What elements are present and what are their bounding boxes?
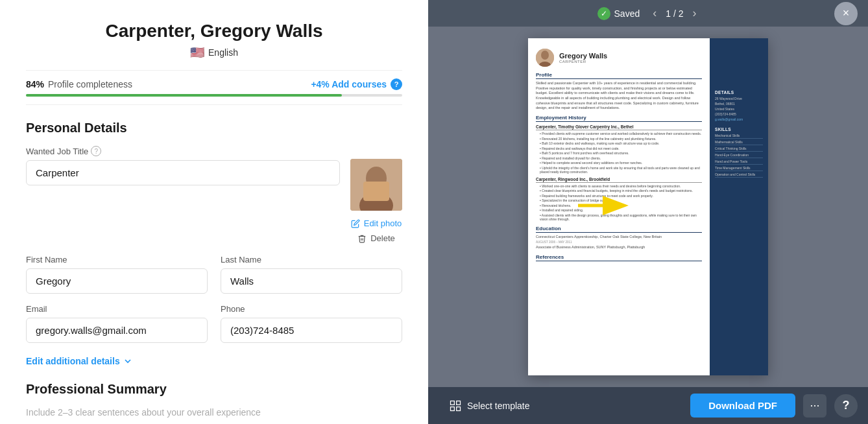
saved-badge: ✓ Saved	[597, 7, 640, 20]
sidebar-email: g.walls@gmail.com	[715, 117, 763, 122]
edit-photo-button[interactable]: Edit photo	[351, 217, 402, 230]
sidebar-skills-title: Skills	[715, 127, 763, 132]
resume-bullet: • Repaired and installed drywall for cli…	[540, 156, 702, 161]
personal-details-grid: Wanted Job Title ? Edit photo Delete	[26, 146, 402, 244]
last-name-field: Last Name	[221, 255, 402, 294]
progress-label: Profile completeness	[48, 79, 307, 89]
profile-photo	[350, 159, 402, 211]
right-toolbar: ✓ Saved ‹ 1 / 2 › ×	[428, 0, 868, 27]
resume-profile-text: Skilled and passionate Carpenter with 10…	[536, 81, 702, 111]
resume-header: Gregory Walls CARPENTER	[536, 49, 702, 67]
first-name-input[interactable]	[26, 268, 208, 294]
svg-point-18	[541, 51, 549, 60]
resume-avatar	[536, 49, 554, 67]
trash-icon	[357, 234, 367, 243]
svg-rect-23	[457, 406, 461, 410]
progress-percent: 84%	[26, 79, 44, 89]
wanted-job-input[interactable]	[26, 160, 340, 185]
close-button[interactable]: ×	[834, 2, 858, 25]
bottom-bar: Select template Download PDF ··· ?	[428, 387, 868, 424]
resume-bullet: • Helped to complete several second stor…	[540, 161, 702, 165]
download-pdf-button[interactable]: Download PDF	[690, 394, 795, 418]
resume-name: Gregory Walls	[559, 52, 607, 60]
saved-check-icon: ✓	[597, 7, 610, 20]
phone-input[interactable]	[221, 318, 402, 343]
resume-references-title: References	[536, 254, 702, 261]
contact-fields-row: Email Phone	[26, 304, 402, 343]
resume-bullet: • Provided clients with supreme customer…	[540, 132, 702, 136]
email-field: Email	[26, 304, 208, 343]
svg-rect-3	[363, 182, 389, 201]
resume-bullet: • Built 10 exterior decks and walkways, …	[540, 141, 702, 146]
delete-photo-button[interactable]: Delete	[357, 232, 395, 244]
arrow-icon	[578, 196, 630, 215]
resume-edu-date-1: AUGUST 2006 – MAY 2011	[536, 241, 702, 244]
sidebar-city: Bethel, 06801	[715, 102, 763, 106]
resume-bullet: • Uphold the integrity of the client's h…	[540, 166, 702, 174]
profile-language: 🇺🇸 English	[26, 45, 402, 60]
resume-bullet: • Created clear blueprints and financial…	[540, 189, 702, 193]
add-courses-link[interactable]: +4% Add courses	[311, 79, 387, 89]
phone-label: Phone	[221, 304, 402, 314]
grid-icon	[449, 399, 462, 412]
resume-skill: Operation and Control Skills	[715, 172, 763, 178]
sidebar-details-title: Details	[715, 90, 763, 95]
summary-placeholder: Include 2–3 clear sentences about your o…	[26, 407, 402, 418]
email-input[interactable]	[26, 318, 208, 343]
profile-name: Carpenter, Gregory Walls	[26, 21, 402, 41]
resume-education-title: Education	[536, 226, 702, 233]
svg-rect-21	[457, 401, 461, 405]
progress-track	[26, 94, 402, 97]
resume-education-1: Connecticut Carpenters Apprenticeship, C…	[536, 235, 702, 240]
next-page-button[interactable]: ›	[690, 6, 699, 20]
chevron-down-icon	[123, 356, 133, 366]
prev-page-button[interactable]: ‹	[650, 6, 659, 20]
progress-bar-wrapper	[26, 94, 402, 97]
name-fields-row: First Name Last Name	[26, 255, 402, 294]
resume-skill: Hand and Power Tools	[715, 159, 763, 165]
resume-sidebar: Details 26 Waywood Drive Bethel, 06801 U…	[710, 38, 768, 375]
help-button[interactable]: ?	[834, 394, 858, 418]
select-template-button[interactable]: Select template	[439, 394, 540, 418]
progress-fill	[26, 94, 342, 97]
last-name-input[interactable]	[221, 268, 402, 294]
first-name-label: First Name	[26, 255, 208, 265]
resume-viewport: Gregory Walls CARPENTER Profile Skilled …	[428, 27, 868, 387]
resume-job-1-title: Carpenter, Timothy Glover Carpentry Inc.…	[536, 124, 702, 129]
resume-bullet: • Renovated 20 kitchens, installing top …	[540, 137, 702, 141]
profile-header: Carpenter, Gregory Walls 🇺🇸 English	[26, 0, 402, 71]
resume-skill: Hand-Eye Coordination	[715, 153, 763, 158]
resume-job-2-title: Carpenter, Ringwood Inc., Brookfield	[536, 177, 702, 182]
resume-page: Gregory Walls CARPENTER Profile Skilled …	[528, 38, 768, 375]
progress-section: 84% Profile completeness +4% Add courses…	[26, 71, 402, 105]
page-indicator: 1 / 2	[666, 8, 683, 19]
professional-summary-title: Professional Summary	[26, 382, 402, 397]
flag-icon: 🇺🇸	[190, 45, 204, 60]
resume-employment-title: Employment History	[536, 115, 702, 122]
help-icon[interactable]: ?	[391, 78, 402, 90]
first-name-field: First Name	[26, 255, 208, 294]
phone-field: Phone	[221, 304, 402, 343]
resume-education-2: Associate of Business Administration, SU…	[536, 245, 702, 250]
resume-skill: Mechanical Skills	[715, 134, 763, 139]
email-label: Email	[26, 304, 208, 314]
svg-rect-20	[451, 401, 455, 405]
wanted-job-field: Wanted Job Title ?	[26, 146, 340, 185]
wanted-job-help[interactable]: ?	[91, 146, 101, 156]
sidebar-address: 26 Waywood Drive	[715, 97, 763, 101]
resume-skill: Time Management Skills	[715, 166, 763, 171]
arrow-overlay	[578, 196, 630, 218]
svg-rect-22	[451, 406, 455, 410]
sidebar-phone: (203)724-8485	[715, 112, 763, 117]
last-name-label: Last Name	[221, 255, 402, 265]
sidebar-country: United States	[715, 107, 763, 112]
edit-additional-button[interactable]: Edit additional details	[26, 356, 402, 366]
personal-details-title: Personal Details	[26, 121, 402, 135]
resume-title: CARPENTER	[559, 60, 607, 64]
job-2-divider	[536, 182, 702, 183]
job-1-divider	[536, 130, 702, 130]
sidebar-details-section: Details 26 Waywood Drive Bethel, 06801 U…	[715, 90, 763, 122]
more-options-button[interactable]: ···	[803, 394, 826, 418]
resume-bullet: • Repaired decks and walkways that did n…	[540, 147, 702, 151]
progress-info-row: 84% Profile completeness +4% Add courses…	[26, 78, 402, 90]
